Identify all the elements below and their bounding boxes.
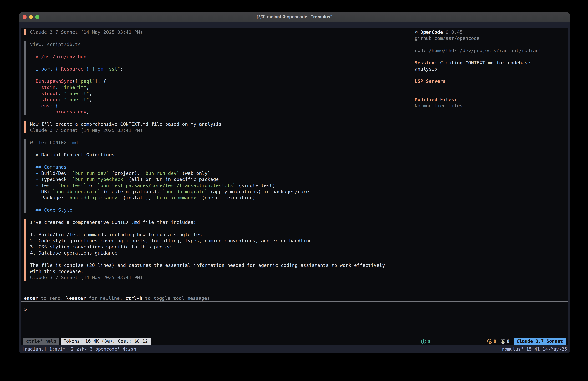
text-segment: , — [89, 97, 92, 102]
text-segment: 2. Code style guidelines covering import… — [30, 238, 312, 244]
terminal-window: [2/3] radiant:3:opencode - "romulus" Cla… — [19, 12, 570, 353]
text-segment: LSP Servers — [415, 78, 446, 84]
zoom-button[interactable] — [35, 15, 39, 19]
text-line — [30, 201, 385, 207]
text-segment: from — [92, 66, 103, 72]
text-line: 2. Code style guidelines covering import… — [30, 238, 385, 244]
text-line: import { Resource } from "sst"; — [30, 66, 385, 72]
text-segment: Now I'll create a comprehensive CONTEXT.… — [30, 121, 225, 127]
text-segment: © — [415, 29, 420, 35]
text-line — [415, 41, 568, 47]
tmux-session-clock: "romulus" 15:41 14-May-25 — [499, 346, 567, 352]
text-line — [415, 90, 568, 96]
text-line: The file is concise (20 lines) and captu… — [30, 262, 385, 268]
text-line: 4. Database operations guidance — [30, 250, 385, 256]
text-segment — [58, 85, 61, 90]
text-segment: { — [53, 66, 61, 72]
text-line — [415, 84, 568, 90]
text-segment: (all) or run in specific package — [126, 177, 219, 182]
text-line: - Test: `bun test` or `bun test packages… — [30, 182, 385, 189]
text-segment: - — [30, 171, 41, 176]
text-segment — [30, 201, 33, 207]
text-line: - DB: `bun db generate` (create migratio… — [30, 189, 385, 195]
text-segment — [415, 42, 418, 47]
text-segment: Test: — [41, 183, 58, 188]
text-line — [30, 158, 385, 164]
text-line: env: { — [30, 103, 385, 109]
text-segment: stdin — [30, 85, 55, 90]
text-segment: ; — [120, 66, 123, 72]
text-line: © OpenCode 0.0.45 — [415, 29, 568, 35]
text-line: I've created a comprehensive CONTEXT.md … — [30, 219, 385, 225]
text-segment: stdout — [30, 91, 58, 96]
prompt-caret-icon: > — [24, 307, 27, 313]
text-segment: `bun db generate` — [53, 189, 101, 194]
text-segment: `bun test packages/core/test/transaction… — [98, 183, 236, 188]
tool-output-block: View: script/db.ts #!/usr/bin/env bun im… — [24, 41, 385, 115]
info-icon: i — [421, 339, 426, 344]
text-line: analysis — [415, 66, 568, 72]
text-segment: "inherit" — [61, 85, 86, 90]
text-segment: `bun run dev` — [143, 171, 179, 176]
text-segment: # Radiant Project Guidelines — [30, 152, 115, 157]
text-segment: to toggle tool messages — [142, 295, 210, 301]
text-line: Write: CONTEXT.md — [30, 139, 385, 146]
assistant-message-block: Claude 3.7 Sonnet (14 May 2025 03:41 PM) — [24, 29, 385, 35]
text-segment: import — [36, 66, 53, 72]
text-segment: (create migrations), — [101, 189, 163, 194]
text-segment: , — [89, 91, 92, 96]
text-line: cwd: /home/thdxr/dev/projects/radiant/ra… — [415, 47, 568, 54]
text-segment: I've created a comprehensive CONTEXT.md … — [30, 220, 196, 225]
text-segment: ## Code Style — [30, 207, 72, 213]
text-segment: Bun.spawnSync — [36, 78, 72, 84]
text-line: View: script/db.ts — [30, 41, 385, 47]
text-line: stderr: "inherit", — [30, 96, 385, 103]
text-segment: Claude 3.7 Sonnet (14 May 2025 03:41 PM) — [30, 128, 143, 133]
minimize-button[interactable] — [29, 15, 33, 19]
text-segment — [30, 256, 33, 262]
text-line: Bun.spawnSync([`psql`], { — [30, 78, 385, 84]
close-button[interactable] — [22, 15, 27, 19]
text-line: ...process.env, — [30, 109, 385, 115]
text-segment: analysis — [415, 66, 437, 72]
prompt-input[interactable]: > — [24, 306, 563, 313]
text-segment — [61, 91, 64, 96]
status-bar-left: ctrl+? help Tokens: 16.4K (8%), Cost: $0… — [23, 337, 151, 345]
lsp-diagnostics: w0i0h0 — [483, 338, 510, 344]
text-segment — [30, 158, 33, 164]
text-segment: `bun run dev` — [72, 171, 109, 176]
text-line: - Build/Dev: `bun run dev` (project), `b… — [30, 170, 385, 176]
text-line: 3. CSS styling conventions specific to t… — [30, 244, 385, 250]
text-line: 1. Build/lint/test commands including ho… — [30, 231, 385, 238]
text-segment: \+enter — [66, 295, 86, 301]
terminal-frame: Claude 3.7 Sonnet (14 May 2025 03:41 PM)… — [19, 22, 570, 353]
text-line: - TypeCheck: `bun run typecheck` (all) o… — [30, 176, 385, 182]
text-segment: : — [58, 97, 61, 102]
window-title: [2/3] radiant:3:opencode - "romulus" — [256, 15, 332, 20]
text-segment: or — [86, 183, 98, 188]
text-segment: 1. Build/lint/test commands including ho… — [30, 232, 205, 237]
text-segment — [103, 66, 106, 72]
text-segment — [415, 54, 418, 59]
text-segment: ## Commands — [30, 164, 67, 170]
text-segment: OpenCode — [420, 29, 443, 35]
text-segment: - — [30, 183, 41, 188]
text-segment: Claude 3.7 Sonnet (14 May 2025 03:41 PM) — [30, 29, 143, 35]
text-segment: : — [58, 91, 61, 96]
text-segment: to send, — [38, 295, 66, 301]
text-line: - Package: `bun add <package>` (install)… — [30, 195, 385, 201]
text-segment: github.com/sst/opencode — [415, 36, 480, 41]
text-line — [30, 256, 385, 262]
tmux-window-list: [radiant] 1:nvim 2:zsh- 3:opencode* 4:zs… — [22, 346, 136, 352]
text-segment: `bun add <package>` — [67, 195, 120, 201]
text-segment: { — [53, 103, 58, 109]
text-segment: - — [30, 189, 41, 194]
text-segment: 3. CSS styling conventions specific to t… — [30, 244, 174, 249]
tmux-status-bar: [radiant] 1:nvim 2:zsh- 3:opencode* 4:zs… — [19, 345, 570, 353]
text-line: ## Commands — [30, 164, 385, 170]
text-line: github.com/sst/opencode — [415, 35, 568, 41]
text-segment: Build/Dev: — [41, 171, 72, 176]
keybinding-help: enter to send, \+enter for newline, ctrl… — [24, 295, 210, 301]
text-line: # Radiant Project Guidelines — [30, 152, 385, 158]
text-segment: (web only) — [179, 171, 210, 176]
